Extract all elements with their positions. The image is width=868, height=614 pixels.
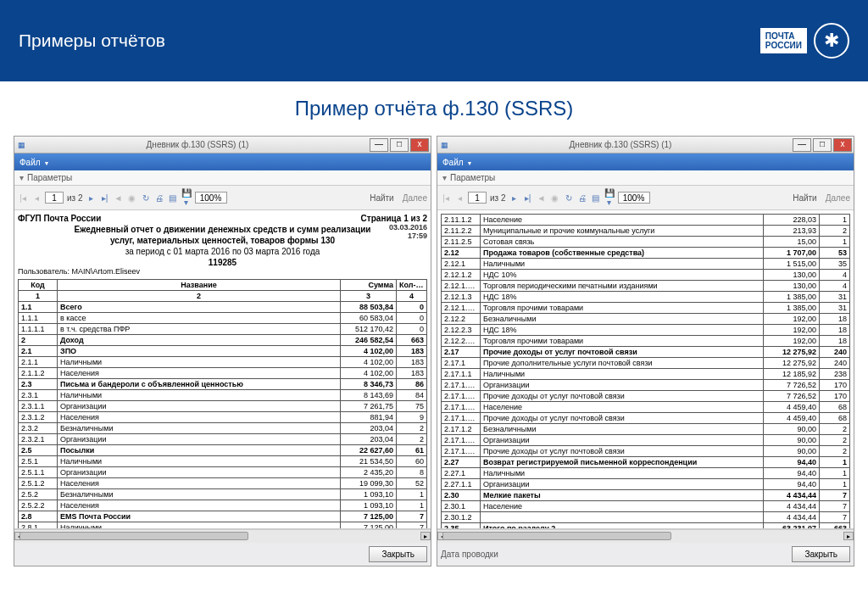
prev-page-icon: ◂ (454, 193, 465, 203)
table-row: 2.17.1.1.2Население4 459,4068 (442, 402, 850, 413)
scroll-right[interactable]: ▸ (843, 532, 854, 540)
col-qty: Кол-во (397, 280, 427, 291)
last-page-icon[interactable]: ▸| (100, 193, 110, 203)
scroll-thumb[interactable] (442, 532, 671, 540)
file-menu[interactable]: Файл▼ (19, 158, 50, 167)
next-page-icon[interactable]: ▸ (509, 193, 520, 203)
menubar: Файл▼ (14, 154, 431, 170)
page-of-label: из 2 (67, 193, 83, 203)
chevron-down-icon: ▾ (19, 173, 24, 182)
table-row: 2.30.1Население4 434,447 (442, 501, 850, 512)
table-row: 2.17.1.1.1Организации7 726,52170 (442, 380, 850, 391)
scroll-thumb[interactable] (19, 532, 248, 540)
report-window-1: ▦ Дневник ф.130 (SSRS) (1) — □ x Файл▼ ▾… (14, 136, 431, 567)
table-row: 2.5.2Безналичными1 093,101 (19, 489, 427, 500)
table-row: 2.5.1Наличными21 534,5060 (19, 456, 427, 467)
table-row: 2.17.1.2.1Прочие доходы от услуг почтово… (442, 446, 850, 457)
report-table: 2.11.1.2Население228,0312.11.2.2Муниципа… (441, 214, 850, 529)
table-row: 2.3.1.2Населения881,949 (19, 412, 427, 423)
parameters-panel[interactable]: ▾Параметры (14, 170, 431, 186)
table-row: 2Доход246 582,54663 (19, 335, 427, 346)
parameters-panel[interactable]: ▾Параметры (437, 170, 854, 186)
table-row: 2.12.2Безналичными192,0018 (442, 314, 850, 325)
refresh-icon[interactable]: ↻ (564, 193, 574, 203)
titlebar[interactable]: ▦ Дневник ф.130 (SSRS) (1) — □ x (437, 137, 854, 154)
table-row: 2.17.1.1.2Прочие доходы от услуг почтово… (442, 391, 850, 402)
report-time: 17:59 (408, 232, 427, 240)
table-row: 2.12.1.3.1Торговля периодическими печатн… (442, 281, 850, 292)
table-row: 2.11.2.2Муниципальные и прочие коммуналь… (442, 226, 850, 237)
window-title: Дневник ф.130 (SSRS) (1) (448, 140, 793, 149)
user-label: Пользователь: MAIN\Artom.Eliseev (18, 267, 427, 276)
report-date: 03.03.2016 (389, 223, 427, 232)
titlebar[interactable]: ▦ Дневник ф.130 (SSRS) (1) — □ x (14, 137, 431, 154)
minimize-button[interactable]: — (793, 138, 811, 152)
refresh-icon[interactable]: ↻ (141, 193, 151, 203)
page-indicator: Страница 1 из 2 (361, 214, 427, 223)
find-label[interactable]: Найти (370, 193, 394, 203)
table-row: 2.3.1Наличными8 143,6984 (19, 390, 427, 401)
table-row: 2.1.1Наличными4 102,00183 (19, 357, 427, 368)
find-label[interactable]: Найти (793, 193, 817, 203)
table-row: 2.1ЗПО4 102,00183 (19, 346, 427, 357)
table-row: 2.17.1.2Безналичными90,002 (442, 424, 850, 435)
page-input[interactable] (468, 192, 487, 204)
layout-icon[interactable]: ▤ (168, 193, 178, 203)
file-menu[interactable]: Файл▼ (442, 158, 473, 167)
close-report-button[interactable]: Закрыть (792, 546, 850, 562)
maximize-button[interactable]: □ (390, 138, 409, 152)
table-row: 2.30Мелкие пакеты4 434,447 (442, 490, 850, 501)
window-footer: Дата проводки Закрыть (437, 543, 854, 566)
table-row: 2.1.1.2Населения4 102,00183 (19, 368, 427, 379)
find-next-label[interactable]: Далее (403, 193, 427, 203)
table-row: 2.12.1.3НДС 18%1 385,0031 (442, 292, 850, 303)
layout-icon[interactable]: ▤ (591, 193, 601, 203)
table-row: 2.17.1Прочие дополнительные услуги почто… (442, 358, 850, 369)
report-period: за период с 01 марта 2016 по 03 марта 20… (18, 247, 427, 256)
report-title-2: услуг, материальных ценностей, товаров ф… (18, 236, 427, 245)
next-page-icon[interactable]: ▸ (86, 193, 97, 203)
maximize-button[interactable]: □ (813, 138, 832, 152)
print-icon[interactable]: 🖨 (577, 193, 587, 203)
export-icon[interactable]: 💾▾ (181, 188, 192, 207)
table-row: 2.12.2.3НДС 18%192,0018 (442, 325, 850, 336)
print-icon[interactable]: 🖨 (154, 193, 164, 203)
table-row: 2.27.1.1Организации94,401 (442, 479, 850, 490)
table-row: 1.1.1в кассе60 583,040 (19, 313, 427, 324)
table-row: 2.3.1.1Организации7 261,7575 (19, 401, 427, 412)
export-icon[interactable]: 💾▾ (604, 188, 615, 207)
footer-text: Дата проводки (441, 550, 498, 559)
report-toolbar: |◂ ◂ из 2 ▸ ▸| ◄ ◉ ↻ 🖨 ▤ 💾▾ Найти Далее (437, 186, 854, 210)
report-toolbar: |◂ ◂ из 2 ▸ ▸| ◄ ◉ ↻ 🖨 ▤ 💾▾ Найти Далее (14, 186, 431, 210)
last-page-icon[interactable]: ▸| (523, 193, 533, 203)
menubar: Файл▼ (437, 154, 854, 170)
app-icon: ▦ (441, 141, 448, 149)
table-row: 2.11.1.2Население228,031 (442, 215, 850, 226)
zoom-input[interactable] (618, 192, 650, 204)
table-row: 2.35Итого по разделу 263 231,97663 (442, 523, 850, 530)
logo-text: ПОЧТАРОССИИ (760, 28, 807, 53)
table-row: 2.12.1.3.2Торговля прочими товарами1 385… (442, 303, 850, 314)
logo: ПОЧТАРОССИИ ✱ (760, 23, 849, 59)
table-row: 2.12.2.3.2Торговля прочими товарами192,0… (442, 336, 850, 347)
close-report-button[interactable]: Закрыть (369, 546, 427, 562)
zoom-input[interactable] (195, 192, 227, 204)
table-row: 2.11.2.5Сотовая связь15,001 (442, 237, 850, 248)
first-page-icon: |◂ (18, 193, 28, 203)
table-row: 2.12.1Наличными1 515,0035 (442, 259, 850, 270)
table-row: 1.1.1.1в т.ч. средства ПФР512 170,420 (19, 324, 427, 335)
scroll-right[interactable]: ▸ (420, 532, 431, 540)
find-next-label[interactable]: Далее (826, 193, 850, 203)
minimize-button[interactable]: — (370, 138, 388, 152)
app-icon: ▦ (18, 141, 25, 149)
table-row: 2.17.1.2.1Организации90,002 (442, 435, 850, 446)
report-table: КодНазваниеСуммаКол-во 1234 1.1Всего88 5… (18, 279, 427, 529)
close-button[interactable]: x (833, 138, 852, 152)
close-button[interactable]: x (410, 138, 429, 152)
parameters-label: Параметры (450, 173, 495, 182)
report-title-1: Ежедневный отчет о движении денежных сре… (18, 225, 427, 234)
horizontal-scrollbar[interactable]: ◂ ▸ (14, 529, 431, 543)
page-input[interactable] (45, 192, 64, 204)
table-row: 2.5.1.1Организации2 435,208 (19, 467, 427, 478)
horizontal-scrollbar[interactable]: ◂ ▸ (437, 529, 854, 543)
